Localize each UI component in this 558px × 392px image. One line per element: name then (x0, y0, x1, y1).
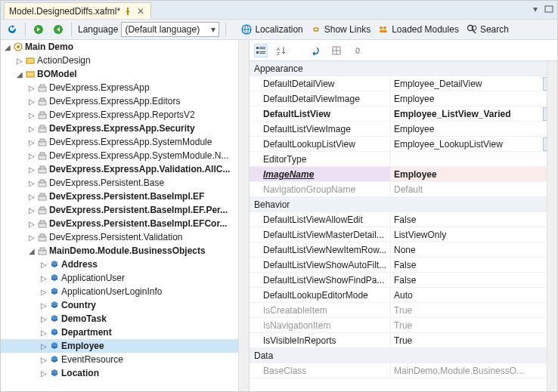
tree-node[interactable]: ▷Address (1, 258, 249, 271)
node-label: Employee (61, 341, 104, 351)
prop-row[interactable]: IsNavigationItemTrue (250, 318, 557, 333)
model-tree[interactable]: ◢ Main Demo ▷ ActionDesign ◢ BOModel ▷De… (1, 40, 250, 391)
expander-icon[interactable]: ▷ (26, 111, 37, 119)
property-grid: AZ Appearance▴ DefaultDetailViewEmployee… (250, 40, 557, 391)
prop-row[interactable]: DefaultDetailViewEmployee_DetailView (250, 76, 557, 91)
tree-node[interactable]: ▷Department (1, 326, 249, 339)
tree-node[interactable]: ▷DevExpress.ExpressApp.ReportsV2 (1, 108, 249, 122)
prop-row[interactable]: DefaultLookupEditorModeAuto (250, 288, 557, 303)
expander-icon[interactable]: ▷ (39, 261, 49, 269)
expander-icon[interactable]: ▷ (26, 97, 37, 106)
search-button[interactable]: Search (467, 24, 509, 35)
tree-node[interactable]: ▷DevExpress.Persistent.BaseImpl.EF (1, 190, 249, 203)
forward-button[interactable] (32, 23, 45, 36)
tree-node[interactable]: ▷EventResource (1, 353, 249, 366)
prop-row[interactable]: DefaultListViewShowFindPa...False (250, 273, 557, 288)
expander-icon[interactable]: ▷ (26, 125, 37, 133)
tree-node[interactable]: ▷DevExpress.Persistent.Base (1, 176, 249, 190)
category-behavior[interactable]: Behavior▴ (250, 197, 557, 212)
prop-row[interactable]: IsVisibleInReportsTrue (250, 333, 557, 348)
prop-row[interactable]: DefaultListViewImageEmployee (250, 122, 557, 137)
loaded-modules-button[interactable]: Loaded Modules (378, 24, 459, 35)
expander-icon[interactable]: ▷ (26, 84, 37, 92)
prop-row-imagename[interactable]: ImageNameEmployee··· (250, 167, 557, 182)
expander-icon[interactable]: ▷ (39, 342, 49, 350)
tab-dropdown-icon[interactable]: ▾ (530, 4, 541, 14)
tree-node[interactable]: ▷ApplicationUser (1, 271, 249, 285)
tree-node[interactable]: ▷DevExpress.ExpressApp (1, 81, 249, 94)
expander-icon[interactable]: ▷ (26, 152, 37, 160)
prop-row[interactable]: DefaultListViewNewItemRow...None (250, 242, 557, 258)
prop-row[interactable]: DefaultListViewAllowEditFalse (250, 212, 557, 227)
expander-icon[interactable]: ▷ (39, 329, 49, 337)
expander-icon[interactable]: ▷ (26, 138, 37, 147)
prop-row[interactable]: DefaultDetailViewImageEmployee (250, 91, 557, 106)
property-rows[interactable]: Appearance▴ DefaultDetailViewEmployee_De… (250, 61, 557, 391)
pin-icon[interactable] (123, 7, 132, 16)
category-appearance[interactable]: Appearance▴ (250, 61, 557, 76)
tree-bomodel[interactable]: ◢ BOModel (1, 67, 249, 81)
tree-node[interactable]: ▷DevExpress.ExpressApp.Security (1, 122, 249, 135)
link-button[interactable] (351, 44, 364, 57)
loaded-modules-label: Loaded Modules (392, 24, 459, 35)
maximize-icon[interactable] (544, 4, 554, 14)
prop-row[interactable]: NavigationGroupNameDefault (250, 182, 557, 197)
prop-row[interactable]: DefaultListViewMasterDetail...ListViewOn… (250, 227, 557, 242)
prop-row[interactable]: BaseClassMainDemo.Module.BusinessO... (250, 363, 557, 378)
expander-icon[interactable]: ▷ (26, 193, 37, 201)
grid-button[interactable] (330, 44, 343, 57)
document-tab[interactable]: Model.DesignedDiffs.xafml* ✕ (4, 2, 151, 19)
expander-icon[interactable]: ◢ (26, 247, 37, 255)
tree-node[interactable]: ▷ ActionDesign (1, 54, 249, 67)
expander-icon[interactable]: ◢ (2, 43, 13, 51)
property-scrollbar[interactable] (547, 61, 557, 391)
tree-node[interactable]: ▷DevExpress.ExpressApp.SystemModule.N... (1, 149, 249, 162)
localization-button[interactable]: Localization (241, 24, 302, 35)
tree-scrollbar[interactable] (238, 40, 249, 391)
language-select[interactable]: (Default language) ▾ (121, 22, 219, 37)
expander-icon[interactable]: ◢ (14, 70, 25, 79)
expander-icon[interactable]: ▷ (39, 356, 49, 364)
prop-value: Employee (391, 122, 557, 136)
expander-icon[interactable]: ▷ (39, 274, 49, 282)
tree-node[interactable]: ▷DevExpress.Persistent.BaseImpl.EF.Per..… (1, 203, 249, 217)
node-label: DevExpress.ExpressApp.Editors (49, 96, 180, 106)
tree-node[interactable]: ▷DevExpress.Persistent.Validation (1, 230, 249, 244)
close-icon[interactable]: ✕ (135, 6, 146, 17)
prop-row[interactable]: EditorType (250, 152, 557, 167)
tree-node[interactable]: ▷DevExpress.ExpressApp.Validation.AllC..… (1, 162, 249, 176)
expander-icon[interactable]: ▷ (39, 369, 49, 378)
tree-node[interactable]: ▷Country (1, 298, 249, 312)
tree-root[interactable]: ◢ Main Demo (1, 40, 249, 54)
tree-node[interactable]: ▷DevExpress.Persistent.BaseImpl.EFCor... (1, 217, 249, 230)
tree-node[interactable]: ◢MainDemo.Module.BusinessObjects (1, 244, 249, 258)
prop-value: ListViewOnly (391, 227, 557, 242)
expander-icon[interactable]: ▷ (39, 315, 49, 323)
back-button[interactable] (51, 23, 65, 36)
expander-icon[interactable]: ▷ (14, 57, 25, 65)
svg-rect-35 (40, 221, 45, 224)
prop-row[interactable]: DefaultListViewShowAutoFilt...False (250, 258, 557, 273)
prop-row[interactable]: IsCreatableItemTrue (250, 303, 557, 318)
category-data[interactable]: Data▴ (250, 348, 557, 363)
tree-node[interactable]: ▷Location (1, 366, 249, 380)
expander-icon[interactable]: ▷ (26, 206, 37, 215)
show-links-button[interactable]: Show Links (311, 24, 370, 35)
expander-icon[interactable]: ▷ (26, 220, 37, 228)
prop-row[interactable]: DefaultListViewEmployee_ListView_Varied (250, 106, 557, 122)
tree-node[interactable]: ▷DevExpress.ExpressApp.Editors (1, 94, 249, 108)
refresh-button[interactable] (5, 23, 19, 36)
tree-node[interactable]: ▷ApplicationUserLoginInfo (1, 285, 249, 298)
expander-icon[interactable]: ▷ (39, 301, 49, 310)
tree-node[interactable]: ▷DemoTask (1, 312, 249, 326)
alphabetical-button[interactable]: AZ (275, 44, 289, 57)
tree-node[interactable]: ▷DevExpress.ExpressApp.SystemModule (1, 135, 249, 149)
tree-node-employee[interactable]: ▷Employee (1, 339, 249, 353)
prop-row[interactable]: DefaultLookupListViewEmployee_LookupList… (250, 137, 557, 152)
expander-icon[interactable]: ▷ (26, 165, 37, 174)
expander-icon[interactable]: ▷ (39, 288, 49, 296)
expander-icon[interactable]: ▷ (26, 233, 37, 242)
undo-button[interactable] (308, 44, 322, 57)
expander-icon[interactable]: ▷ (26, 179, 37, 187)
categorized-button[interactable] (254, 44, 268, 57)
